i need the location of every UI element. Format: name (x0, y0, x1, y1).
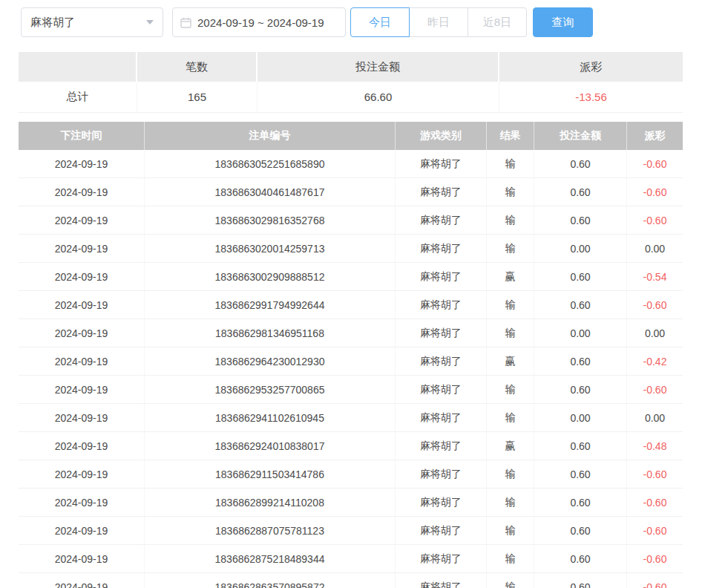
bet-amount-cell: 0.60 (534, 489, 627, 516)
summary-total-amount: 66.60 (258, 82, 499, 112)
bet-table-header: 下注时间 注单编号 游戏类别 结果 投注金额 派彩 (19, 122, 683, 150)
summary-total-count: 165 (137, 82, 258, 112)
order-id-cell: 1836862964230012930 (145, 347, 396, 375)
header-bet-time: 下注时间 (19, 122, 145, 150)
order-id-cell: 1836862953257700865 (145, 376, 396, 403)
payout-cell: -0.42 (627, 347, 683, 375)
result-cell: 输 (487, 291, 534, 318)
table-row: 2024-09-19 1836862887075781123 麻将胡了 输 0.… (19, 517, 683, 545)
result-cell: 输 (487, 460, 534, 488)
table-row: 2024-09-19 1836862924010838017 麻将胡了 赢 0.… (19, 432, 683, 460)
last-8-days-button[interactable]: 近8日 (468, 7, 527, 37)
bet-amount-cell: 0.00 (534, 319, 627, 347)
game-type-cell: 麻将胡了 (396, 319, 487, 347)
bet-amount-cell: 0.60 (534, 545, 627, 572)
game-type-cell: 麻将胡了 (396, 235, 487, 262)
table-row: 2024-09-19 1836863040461487617 麻将胡了 输 0.… (19, 178, 683, 206)
payout-cell: -0.60 (627, 573, 683, 588)
header-result: 结果 (487, 122, 534, 150)
payout-cell: -0.60 (627, 545, 683, 572)
caret-down-icon (146, 20, 154, 24)
payout-cell: -0.60 (627, 517, 683, 544)
payout-cell: -0.60 (627, 460, 683, 488)
bet-amount-cell: 0.00 (534, 235, 627, 262)
result-cell: 赢 (487, 347, 534, 375)
bet-time-cell: 2024-09-19 (19, 150, 145, 177)
bet-time-cell: 2024-09-19 (19, 432, 145, 460)
payout-cell: -0.60 (627, 291, 683, 318)
bet-amount-cell: 0.60 (534, 291, 627, 318)
order-id-cell: 1836863040461487617 (145, 178, 396, 206)
quick-date-button-group: 今日 昨日 近8日 (350, 7, 527, 37)
result-cell: 输 (487, 573, 534, 588)
header-bet-amount: 投注金额 (534, 122, 627, 150)
payout-cell: 0.00 (627, 404, 683, 431)
bet-time-cell: 2024-09-19 (19, 178, 145, 206)
table-row: 2024-09-19 1836862953257700865 麻将胡了 输 0.… (19, 376, 683, 404)
bet-amount-cell: 0.60 (534, 460, 627, 488)
result-cell: 输 (487, 376, 534, 403)
summary-total-payout: -13.56 (499, 82, 683, 112)
summary-total-label: 总计 (19, 82, 137, 112)
summary-header-bet-amount: 投注金额 (258, 52, 499, 82)
game-type-cell: 麻将胡了 (396, 206, 487, 234)
bet-amount-cell: 0.60 (534, 517, 627, 544)
result-cell: 输 (487, 489, 534, 516)
game-type-cell: 麻将胡了 (396, 291, 487, 318)
bet-time-cell: 2024-09-19 (19, 206, 145, 234)
table-row: 2024-09-19 1836862899214110208 麻将胡了 输 0.… (19, 489, 683, 517)
game-type-cell: 麻将胡了 (396, 489, 487, 516)
order-id-cell: 1836863020014259713 (145, 235, 396, 262)
query-button[interactable]: 查询 (533, 7, 593, 37)
summary-total-row: 总计 165 66.60 -13.56 (19, 82, 683, 113)
result-cell: 赢 (487, 263, 534, 290)
bet-amount-cell: 0.60 (534, 347, 627, 375)
date-range-picker[interactable]: 2024-09-19 ~ 2024-09-19 (172, 7, 346, 37)
game-type-cell: 麻将胡了 (396, 376, 487, 403)
bet-time-cell: 2024-09-19 (19, 263, 145, 290)
bet-time-cell: 2024-09-19 (19, 460, 145, 488)
filter-bar: 麻将胡了 2024-09-19 ~ 2024-09-19 今日 昨日 近8日 查… (21, 7, 705, 37)
bet-amount-cell: 0.00 (534, 404, 627, 431)
payout-cell: -0.60 (627, 150, 683, 177)
payout-cell: -0.48 (627, 432, 683, 460)
bet-time-cell: 2024-09-19 (19, 291, 145, 318)
result-cell: 输 (487, 517, 534, 544)
result-cell: 输 (487, 319, 534, 347)
order-id-cell: 1836863052251685890 (145, 150, 396, 177)
order-id-cell: 1836862863570895872 (145, 573, 396, 588)
today-button[interactable]: 今日 (350, 7, 410, 37)
bet-time-cell: 2024-09-19 (19, 404, 145, 431)
summary-header-blank (19, 52, 137, 82)
payout-cell: -0.60 (627, 376, 683, 403)
calendar-icon (180, 17, 191, 28)
game-type-cell: 麻将胡了 (396, 545, 487, 572)
order-id-cell: 1836862899214110208 (145, 489, 396, 516)
order-id-cell: 1836863029816352768 (145, 206, 396, 234)
result-cell: 输 (487, 404, 534, 431)
header-order-id: 注单编号 (145, 122, 396, 150)
summary-header-row: 笔数 投注金额 派彩 (19, 52, 683, 82)
yesterday-button[interactable]: 昨日 (409, 7, 468, 37)
payout-cell: -0.60 (627, 206, 683, 234)
date-range-value: 2024-09-19 ~ 2024-09-19 (197, 16, 324, 29)
order-id-cell: 1836862941102610945 (145, 404, 396, 431)
payout-cell: -0.60 (627, 178, 683, 206)
order-id-cell: 1836862981346951168 (145, 319, 396, 347)
summary-header-payout: 派彩 (499, 52, 683, 82)
bet-time-cell: 2024-09-19 (19, 517, 145, 544)
result-cell: 输 (487, 206, 534, 234)
table-row: 2024-09-19 1836862964230012930 麻将胡了 赢 0.… (19, 347, 683, 376)
bet-time-cell: 2024-09-19 (19, 235, 145, 262)
bet-time-cell: 2024-09-19 (19, 347, 145, 375)
order-id-cell: 1836862875218489344 (145, 545, 396, 572)
table-row: 2024-09-19 1836862875218489344 麻将胡了 输 0.… (19, 545, 683, 573)
bet-time-cell: 2024-09-19 (19, 376, 145, 403)
game-select[interactable]: 麻将胡了 (21, 7, 163, 37)
order-id-cell: 1836862887075781123 (145, 517, 396, 544)
game-type-cell: 麻将胡了 (396, 404, 487, 431)
bet-amount-cell: 0.60 (534, 178, 627, 206)
bet-amount-cell: 0.60 (534, 376, 627, 403)
order-id-cell: 1836863002909888512 (145, 263, 396, 290)
table-row: 2024-09-19 1836862863570895872 麻将胡了 输 0.… (19, 573, 683, 588)
